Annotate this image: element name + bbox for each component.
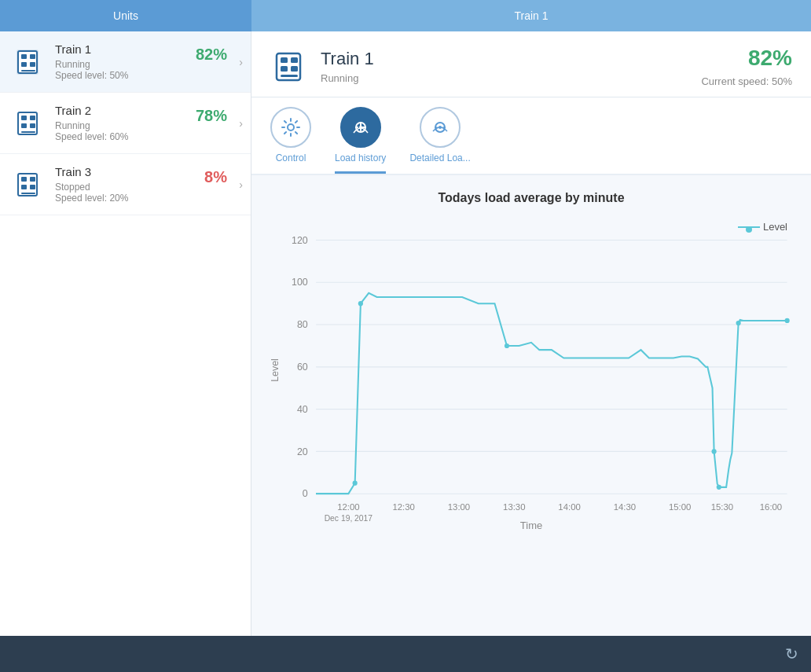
sidebar-item-train3[interactable]: Train 3 Stopped Speed level: 20% 8% › xyxy=(0,154,251,215)
svg-point-57 xyxy=(505,343,509,348)
svg-rect-14 xyxy=(21,177,27,182)
svg-rect-18 xyxy=(21,193,35,194)
svg-point-56 xyxy=(358,301,363,306)
top-bar-units: Units xyxy=(0,0,251,31)
chart-svg: 120 100 80 60 40 20 0 Level 12:00 12:30 … xyxy=(267,213,795,527)
tab-loadhistory[interactable]: Load history xyxy=(335,107,386,174)
svg-text:16:00: 16:00 xyxy=(760,502,782,512)
svg-point-61 xyxy=(785,318,790,323)
content-header-right: 82% Current speed: 50% xyxy=(701,46,792,87)
svg-text:14:30: 14:30 xyxy=(614,502,636,512)
train1-percentage: 82% xyxy=(196,46,227,64)
tab-loadhistory-icon xyxy=(340,107,381,148)
main-area: Train 1 Running Speed level: 50% 82% › T… xyxy=(0,31,811,636)
top-bar: Units Train 1 xyxy=(0,0,811,31)
svg-text:80: 80 xyxy=(297,319,308,330)
svg-text:12:00: 12:00 xyxy=(337,502,359,512)
svg-text:60: 60 xyxy=(297,362,308,373)
svg-text:0: 0 xyxy=(303,488,308,499)
train1-chevron: › xyxy=(239,56,243,68)
svg-point-60 xyxy=(736,321,741,325)
content-speed: Current speed: 50% xyxy=(701,75,792,87)
top-bar-left-title: Units xyxy=(113,9,138,22)
svg-point-25 xyxy=(288,124,294,130)
train3-percentage: 8% xyxy=(204,168,227,186)
svg-point-59 xyxy=(717,485,721,490)
content-percentage: 82% xyxy=(701,46,792,71)
train2-percentage: 78% xyxy=(196,107,227,125)
svg-text:15:30: 15:30 xyxy=(711,502,733,512)
content-header-top: Train 1 Running 82% Current speed: 50% xyxy=(270,46,792,87)
tab-control-label: Control xyxy=(276,152,306,163)
svg-rect-15 xyxy=(30,177,35,182)
tab-detailedload-icon xyxy=(420,107,461,148)
content-train-name: Train 1 xyxy=(321,49,374,69)
train3-icon xyxy=(13,167,49,203)
content-header-left: Train 1 Running xyxy=(270,46,374,86)
svg-rect-4 xyxy=(21,62,27,67)
svg-rect-17 xyxy=(30,185,35,189)
train1-speed: Speed level: 50% xyxy=(55,70,238,81)
svg-rect-20 xyxy=(281,57,288,63)
svg-rect-5 xyxy=(30,62,35,67)
content-train-icon xyxy=(270,46,311,86)
svg-rect-6 xyxy=(21,70,35,72)
svg-rect-3 xyxy=(30,54,35,59)
svg-point-58 xyxy=(712,449,717,454)
svg-text:13:00: 13:00 xyxy=(448,502,470,512)
top-bar-right-title: Train 1 xyxy=(514,9,548,22)
svg-rect-22 xyxy=(281,66,288,72)
sidebar: Train 1 Running Speed level: 50% 82% › T… xyxy=(0,31,251,636)
svg-text:15:00: 15:00 xyxy=(669,502,691,512)
content-header-title: Train 1 Running xyxy=(321,49,374,84)
svg-rect-11 xyxy=(30,123,35,128)
tab-loadhistory-label: Load history xyxy=(335,152,386,163)
legend-label: Level xyxy=(763,221,787,233)
tab-control-icon xyxy=(270,107,311,148)
tab-detailedload[interactable]: Detailed Loa... xyxy=(409,107,470,174)
chart-line xyxy=(316,293,787,494)
content-train-status: Running xyxy=(321,72,374,84)
svg-rect-9 xyxy=(30,116,35,120)
chart-legend: Level xyxy=(738,221,787,233)
svg-text:12:30: 12:30 xyxy=(392,502,414,512)
svg-text:Level: Level xyxy=(270,358,281,382)
refresh-button[interactable]: ↻ xyxy=(785,644,798,663)
svg-rect-16 xyxy=(21,185,27,189)
svg-text:13:30: 13:30 xyxy=(503,502,525,512)
svg-rect-8 xyxy=(21,116,27,120)
svg-rect-12 xyxy=(21,131,35,133)
svg-text:40: 40 xyxy=(297,404,308,415)
sidebar-item-train1[interactable]: Train 1 Running Speed level: 50% 82% › xyxy=(0,31,251,93)
chart-area: Todays load average by minute Level xyxy=(251,175,811,636)
svg-text:120: 120 xyxy=(292,235,308,246)
train1-icon xyxy=(13,44,49,80)
svg-text:100: 100 xyxy=(292,277,308,288)
chart-title: Todays load average by minute xyxy=(267,191,795,205)
tab-detailedload-label: Detailed Loa... xyxy=(409,152,470,163)
content-area: Train 1 Running 82% Current speed: 50% xyxy=(251,31,811,636)
svg-rect-2 xyxy=(21,54,27,59)
svg-text:Dec 19, 2017: Dec 19, 2017 xyxy=(325,514,373,523)
tabs-bar: Control Load history xyxy=(251,97,811,175)
svg-point-55 xyxy=(353,481,358,486)
svg-rect-10 xyxy=(21,123,27,128)
train2-icon xyxy=(13,105,49,141)
content-header: Train 1 Running 82% Current speed: 50% xyxy=(251,31,811,97)
chart-wrapper: Level 120 100 80 60 40 xyxy=(267,213,795,527)
top-bar-train: Train 1 xyxy=(251,0,811,31)
train2-speed: Speed level: 60% xyxy=(55,131,238,142)
tab-control[interactable]: Control xyxy=(270,107,311,174)
svg-text:14:00: 14:00 xyxy=(558,502,580,512)
svg-rect-21 xyxy=(291,57,298,63)
bottom-bar: ↻ xyxy=(0,636,811,672)
train3-chevron: › xyxy=(239,178,243,191)
train2-chevron: › xyxy=(239,117,243,130)
train3-speed: Speed level: 20% xyxy=(55,193,238,204)
svg-rect-24 xyxy=(281,75,298,77)
sidebar-item-train2[interactable]: Train 2 Running Speed level: 60% 78% › xyxy=(0,93,251,154)
svg-text:20: 20 xyxy=(297,446,308,457)
svg-rect-23 xyxy=(291,66,298,72)
